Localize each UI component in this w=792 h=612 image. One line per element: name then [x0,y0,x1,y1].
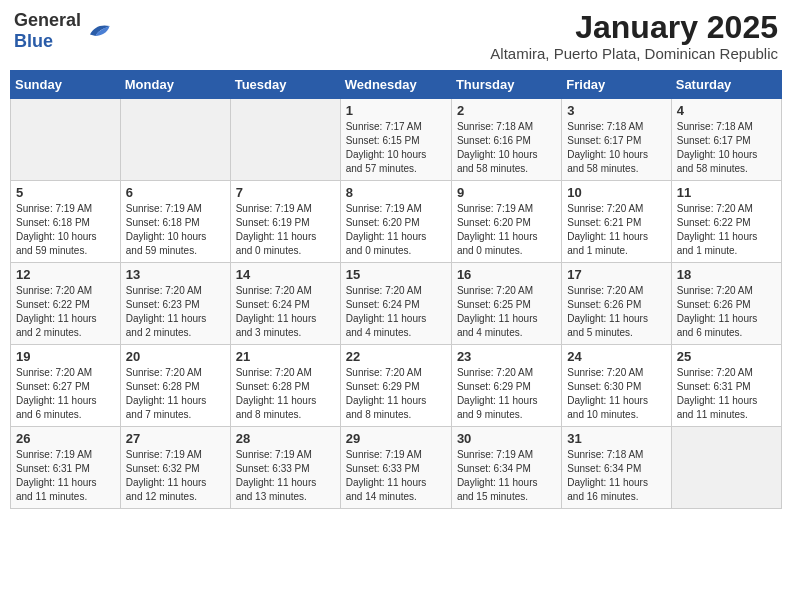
weekday-header-saturday: Saturday [671,71,781,99]
logo-general: General [14,10,81,30]
calendar-week-row: 1Sunrise: 7:17 AM Sunset: 6:15 PM Daylig… [11,99,782,181]
day-info: Sunrise: 7:20 AM Sunset: 6:28 PM Dayligh… [236,366,335,422]
day-info: Sunrise: 7:17 AM Sunset: 6:15 PM Dayligh… [346,120,446,176]
day-info: Sunrise: 7:19 AM Sunset: 6:33 PM Dayligh… [346,448,446,504]
day-info: Sunrise: 7:18 AM Sunset: 6:16 PM Dayligh… [457,120,556,176]
day-info: Sunrise: 7:19 AM Sunset: 6:31 PM Dayligh… [16,448,115,504]
calendar-day-21: 21Sunrise: 7:20 AM Sunset: 6:28 PM Dayli… [230,345,340,427]
day-info: Sunrise: 7:19 AM Sunset: 6:32 PM Dayligh… [126,448,225,504]
day-info: Sunrise: 7:20 AM Sunset: 6:25 PM Dayligh… [457,284,556,340]
logo-blue: Blue [14,31,53,51]
day-number: 1 [346,103,446,118]
day-info: Sunrise: 7:19 AM Sunset: 6:20 PM Dayligh… [346,202,446,258]
day-number: 7 [236,185,335,200]
calendar-day-23: 23Sunrise: 7:20 AM Sunset: 6:29 PM Dayli… [451,345,561,427]
calendar-day-8: 8Sunrise: 7:19 AM Sunset: 6:20 PM Daylig… [340,181,451,263]
calendar-week-row: 5Sunrise: 7:19 AM Sunset: 6:18 PM Daylig… [11,181,782,263]
weekday-header-wednesday: Wednesday [340,71,451,99]
calendar-day-28: 28Sunrise: 7:19 AM Sunset: 6:33 PM Dayli… [230,427,340,509]
day-number: 13 [126,267,225,282]
day-info: Sunrise: 7:20 AM Sunset: 6:29 PM Dayligh… [457,366,556,422]
calendar-day-17: 17Sunrise: 7:20 AM Sunset: 6:26 PM Dayli… [562,263,671,345]
calendar-day-26: 26Sunrise: 7:19 AM Sunset: 6:31 PM Dayli… [11,427,121,509]
calendar-empty-cell [120,99,230,181]
day-number: 8 [346,185,446,200]
day-info: Sunrise: 7:19 AM Sunset: 6:34 PM Dayligh… [457,448,556,504]
weekday-header-friday: Friday [562,71,671,99]
calendar-day-19: 19Sunrise: 7:20 AM Sunset: 6:27 PM Dayli… [11,345,121,427]
weekday-header-thursday: Thursday [451,71,561,99]
calendar-empty-cell [230,99,340,181]
calendar-empty-cell [671,427,781,509]
day-number: 18 [677,267,776,282]
day-info: Sunrise: 7:19 AM Sunset: 6:20 PM Dayligh… [457,202,556,258]
title-block: January 2025 Altamira, Puerto Plata, Dom… [490,10,778,62]
calendar-day-18: 18Sunrise: 7:20 AM Sunset: 6:26 PM Dayli… [671,263,781,345]
day-number: 15 [346,267,446,282]
day-number: 4 [677,103,776,118]
day-info: Sunrise: 7:20 AM Sunset: 6:29 PM Dayligh… [346,366,446,422]
weekday-header-monday: Monday [120,71,230,99]
day-info: Sunrise: 7:20 AM Sunset: 6:31 PM Dayligh… [677,366,776,422]
calendar-day-10: 10Sunrise: 7:20 AM Sunset: 6:21 PM Dayli… [562,181,671,263]
day-number: 25 [677,349,776,364]
calendar-day-12: 12Sunrise: 7:20 AM Sunset: 6:22 PM Dayli… [11,263,121,345]
day-info: Sunrise: 7:20 AM Sunset: 6:21 PM Dayligh… [567,202,665,258]
calendar-day-22: 22Sunrise: 7:20 AM Sunset: 6:29 PM Dayli… [340,345,451,427]
page-header: General Blue January 2025 Altamira, Puer… [10,10,782,62]
calendar-day-7: 7Sunrise: 7:19 AM Sunset: 6:19 PM Daylig… [230,181,340,263]
day-number: 5 [16,185,115,200]
day-number: 6 [126,185,225,200]
calendar-day-6: 6Sunrise: 7:19 AM Sunset: 6:18 PM Daylig… [120,181,230,263]
day-info: Sunrise: 7:18 AM Sunset: 6:34 PM Dayligh… [567,448,665,504]
day-number: 23 [457,349,556,364]
day-number: 22 [346,349,446,364]
day-number: 10 [567,185,665,200]
day-number: 12 [16,267,115,282]
calendar-day-15: 15Sunrise: 7:20 AM Sunset: 6:24 PM Dayli… [340,263,451,345]
calendar-week-row: 12Sunrise: 7:20 AM Sunset: 6:22 PM Dayli… [11,263,782,345]
weekday-header-row: SundayMondayTuesdayWednesdayThursdayFrid… [11,71,782,99]
day-info: Sunrise: 7:19 AM Sunset: 6:18 PM Dayligh… [126,202,225,258]
day-info: Sunrise: 7:20 AM Sunset: 6:28 PM Dayligh… [126,366,225,422]
calendar-week-row: 26Sunrise: 7:19 AM Sunset: 6:31 PM Dayli… [11,427,782,509]
logo: General Blue [14,10,111,52]
calendar-day-20: 20Sunrise: 7:20 AM Sunset: 6:28 PM Dayli… [120,345,230,427]
day-info: Sunrise: 7:20 AM Sunset: 6:24 PM Dayligh… [346,284,446,340]
day-number: 28 [236,431,335,446]
calendar-day-9: 9Sunrise: 7:19 AM Sunset: 6:20 PM Daylig… [451,181,561,263]
day-number: 3 [567,103,665,118]
day-number: 24 [567,349,665,364]
month-title: January 2025 [490,10,778,45]
day-info: Sunrise: 7:18 AM Sunset: 6:17 PM Dayligh… [677,120,776,176]
calendar-day-2: 2Sunrise: 7:18 AM Sunset: 6:16 PM Daylig… [451,99,561,181]
calendar-day-4: 4Sunrise: 7:18 AM Sunset: 6:17 PM Daylig… [671,99,781,181]
day-info: Sunrise: 7:20 AM Sunset: 6:26 PM Dayligh… [677,284,776,340]
day-number: 29 [346,431,446,446]
calendar-day-27: 27Sunrise: 7:19 AM Sunset: 6:32 PM Dayli… [120,427,230,509]
weekday-header-sunday: Sunday [11,71,121,99]
day-number: 9 [457,185,556,200]
day-number: 14 [236,267,335,282]
calendar-day-13: 13Sunrise: 7:20 AM Sunset: 6:23 PM Dayli… [120,263,230,345]
weekday-header-tuesday: Tuesday [230,71,340,99]
day-info: Sunrise: 7:20 AM Sunset: 6:27 PM Dayligh… [16,366,115,422]
day-number: 30 [457,431,556,446]
day-info: Sunrise: 7:20 AM Sunset: 6:24 PM Dayligh… [236,284,335,340]
day-info: Sunrise: 7:20 AM Sunset: 6:22 PM Dayligh… [677,202,776,258]
day-info: Sunrise: 7:19 AM Sunset: 6:19 PM Dayligh… [236,202,335,258]
calendar-day-24: 24Sunrise: 7:20 AM Sunset: 6:30 PM Dayli… [562,345,671,427]
day-info: Sunrise: 7:20 AM Sunset: 6:30 PM Dayligh… [567,366,665,422]
day-number: 21 [236,349,335,364]
calendar-empty-cell [11,99,121,181]
day-info: Sunrise: 7:20 AM Sunset: 6:23 PM Dayligh… [126,284,225,340]
calendar-day-29: 29Sunrise: 7:19 AM Sunset: 6:33 PM Dayli… [340,427,451,509]
calendar-week-row: 19Sunrise: 7:20 AM Sunset: 6:27 PM Dayli… [11,345,782,427]
calendar-day-1: 1Sunrise: 7:17 AM Sunset: 6:15 PM Daylig… [340,99,451,181]
day-number: 31 [567,431,665,446]
day-number: 16 [457,267,556,282]
calendar-day-30: 30Sunrise: 7:19 AM Sunset: 6:34 PM Dayli… [451,427,561,509]
day-number: 2 [457,103,556,118]
day-number: 26 [16,431,115,446]
day-info: Sunrise: 7:19 AM Sunset: 6:33 PM Dayligh… [236,448,335,504]
